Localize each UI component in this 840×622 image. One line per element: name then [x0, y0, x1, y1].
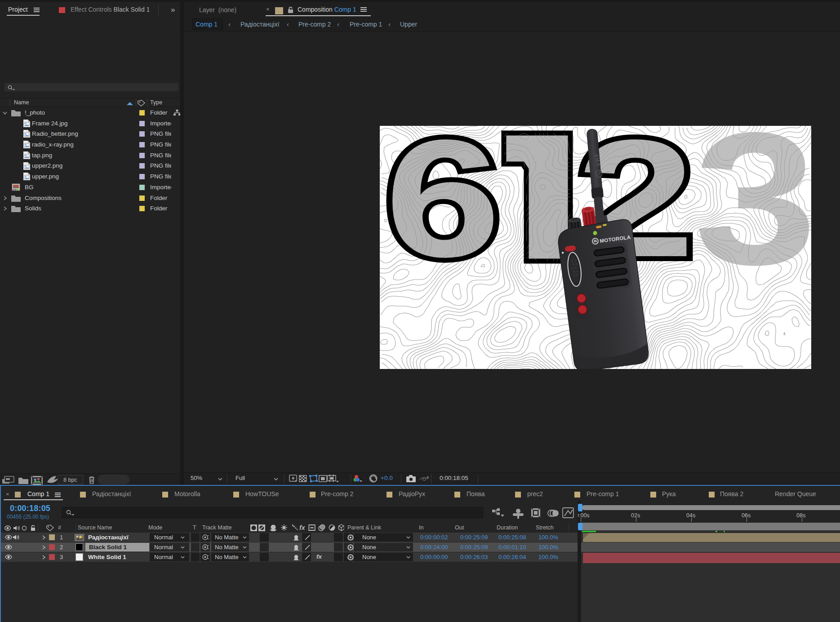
- svg-text:fx: fx: [299, 524, 306, 531]
